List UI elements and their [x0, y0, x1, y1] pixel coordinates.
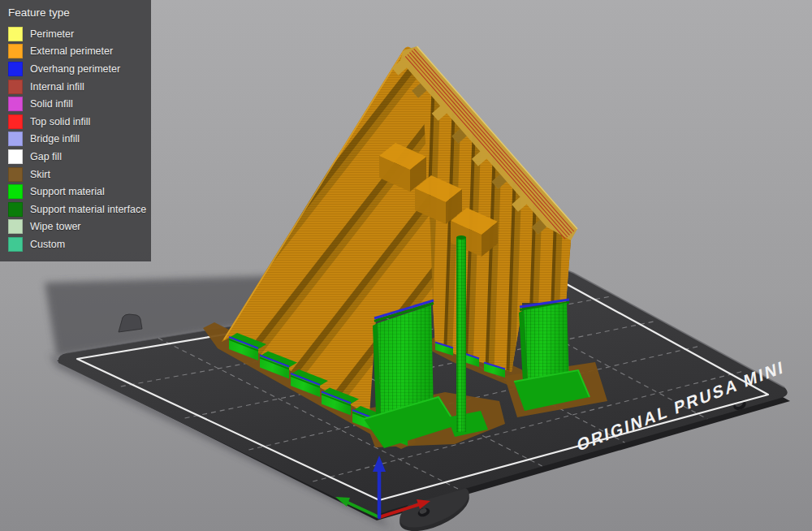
legend-item-bridge-infill: Bridge infill — [8, 131, 143, 149]
legend-color-swatch — [8, 62, 23, 76]
legend-title: Feature type — [8, 6, 143, 20]
legend-item-label: Solid infill — [30, 98, 73, 110]
legend-item-label: Wipe tower — [30, 221, 81, 232]
legend-item-label: Bridge infill — [30, 133, 80, 145]
legend-color-swatch — [8, 114, 23, 129]
legend-color-swatch — [8, 167, 23, 182]
legend-item-custom: Custom — [8, 235, 143, 253]
legend-item-support-material: Support material — [8, 183, 143, 201]
legend-color-swatch — [8, 184, 23, 199]
legend-item-wipe-tower: Wipe tower — [8, 218, 143, 236]
legend-item-perimeter: Perimeter — [8, 25, 143, 43]
legend-item-skirt: Skirt — [8, 166, 143, 183]
legend-item-label: Support material — [30, 186, 105, 197]
legend-items: PerimeterExternal perimeterOverhang peri… — [8, 25, 143, 253]
legend-color-swatch — [8, 219, 23, 234]
legend-item-internal-infill: Internal infill — [8, 78, 143, 96]
legend-item-label: Perimeter — [30, 28, 74, 40]
legend-item-label: Gap fill — [30, 151, 62, 162]
legend-item-label: Top solid infill — [30, 116, 90, 127]
legend-color-swatch — [8, 237, 23, 252]
legend-item-overhang-perimeter: Overhang perimeter — [8, 60, 143, 78]
legend-item-support-material-interface: Support material interface — [8, 201, 143, 218]
legend-color-swatch — [8, 132, 23, 146]
legend-color-swatch — [8, 97, 23, 111]
legend-item-label: Custom — [30, 239, 65, 250]
legend-item-top-solid-infill: Top solid infill — [8, 113, 143, 131]
feature-type-legend: Feature type PerimeterExternal perimeter… — [0, 0, 151, 261]
legend-item-label: External perimeter — [30, 45, 113, 57]
legend-color-swatch — [8, 44, 23, 58]
legend-color-swatch — [8, 27, 23, 41]
legend-color-swatch — [8, 149, 23, 164]
legend-item-solid-infill: Solid infill — [8, 95, 143, 113]
legend-item-label: Support material interface — [30, 204, 146, 215]
legend-item-label: Internal infill — [30, 81, 84, 93]
legend-color-swatch — [8, 80, 23, 94]
legend-item-external-perimeter: External perimeter — [8, 43, 143, 61]
gcode-preview-screen: ORIGINAL PRUSA MINI — [0, 0, 812, 531]
legend-item-label: Overhang perimeter — [30, 63, 120, 75]
legend-item-gap-fill: Gap fill — [8, 148, 143, 166]
legend-item-label: Skirt — [30, 169, 50, 180]
legend-color-swatch — [8, 202, 23, 217]
